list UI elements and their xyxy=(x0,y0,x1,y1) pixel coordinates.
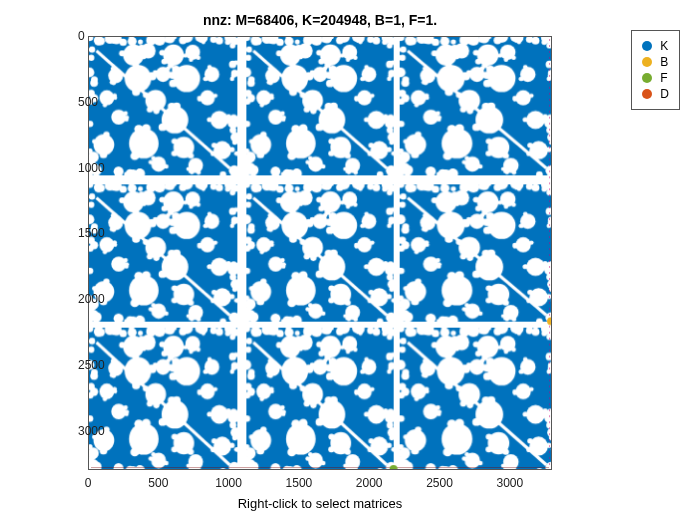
x-tick-label: 500 xyxy=(148,476,168,490)
legend-item[interactable]: D xyxy=(642,87,669,101)
x-tick-label: 1500 xyxy=(286,476,313,490)
legend-label: D xyxy=(660,87,669,101)
figure: nnz: M=68406, K=204948, B=1, F=1. 050010… xyxy=(0,0,700,525)
x-tick-label: 1000 xyxy=(215,476,242,490)
legend-label: B xyxy=(660,55,668,69)
x-tick-label: 0 xyxy=(85,476,92,490)
spy-canvas xyxy=(89,37,551,469)
x-axis-label: Right-click to select matrices xyxy=(88,496,552,511)
legend-label: K xyxy=(660,39,668,53)
legend-label: F xyxy=(660,71,667,85)
chart-title: nnz: M=68406, K=204948, B=1, F=1. xyxy=(88,12,552,28)
plot-area[interactable] xyxy=(88,36,552,470)
legend-item[interactable]: B xyxy=(642,55,669,69)
legend-swatch xyxy=(642,41,652,51)
x-tick-label: 2000 xyxy=(356,476,383,490)
legend-item[interactable]: F xyxy=(642,71,669,85)
legend[interactable]: KBFD xyxy=(631,30,680,110)
legend-swatch xyxy=(642,57,652,67)
legend-swatch xyxy=(642,73,652,83)
x-tick-label: 3000 xyxy=(496,476,523,490)
x-tick-label: 2500 xyxy=(426,476,453,490)
legend-swatch xyxy=(642,89,652,99)
legend-item[interactable]: K xyxy=(642,39,669,53)
